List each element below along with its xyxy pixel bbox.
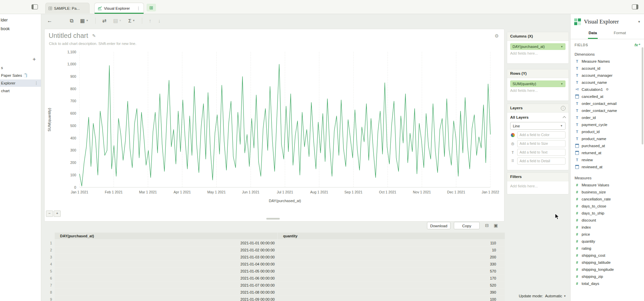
field-item[interactable]: #shipping_latitude	[571, 259, 644, 266]
field-item[interactable]: #price	[571, 231, 644, 238]
table-row[interactable]: 12021-01-01 00:00:00110	[44, 240, 504, 246]
gear-icon[interactable]: ⚙	[494, 33, 499, 39]
field-item[interactable]: Tproduct_id	[571, 128, 644, 135]
table-row[interactable]: 42021-01-04 00:00:00330	[44, 261, 504, 267]
field-name: index	[582, 225, 591, 229]
column-header[interactable]: DAY(purchased_at)	[55, 233, 277, 239]
tab-menu-icon[interactable]: ⋮	[137, 6, 141, 11]
color-field-input[interactable]: Add a field to Color	[517, 131, 566, 138]
all-layers-toggle[interactable]: All Layers	[507, 113, 569, 119]
field-item[interactable]: #quantity	[571, 238, 644, 245]
sidebar-toggle-icon[interactable]	[32, 4, 38, 9]
right-panel-toggle-icon[interactable]	[632, 4, 638, 9]
field-name: purchased_at	[582, 144, 605, 148]
sidebar-tree-item[interactable]: Paper Sales 🧻	[0, 72, 41, 79]
field-item[interactable]: Treview	[571, 156, 644, 163]
field-item[interactable]: #days_to_ship	[571, 209, 644, 217]
tab-format[interactable]: Format	[613, 28, 627, 39]
field-item[interactable]: Taccount_id	[571, 65, 644, 72]
field-item[interactable]: #index	[571, 224, 644, 231]
table-row[interactable]: 52021-01-05 00:00:00570	[44, 268, 504, 275]
expand-table-icon[interactable]: ▣	[494, 223, 498, 228]
field-item[interactable]: purchased_at	[571, 142, 644, 149]
new-chart-tab-button[interactable]: ⊞	[147, 4, 156, 11]
field-item[interactable]: #shipping_cost	[571, 252, 644, 259]
field-item[interactable]: cancelled_at	[571, 93, 644, 100]
zoom-in-button[interactable]: +	[54, 210, 61, 217]
field-item[interactable]: Torder_contact_name	[571, 107, 644, 114]
table-row[interactable]: 62021-01-06 00:00:00170	[44, 275, 504, 282]
tab-data[interactable]: Data	[588, 28, 598, 39]
field-item[interactable]: #cancellation_rate	[571, 195, 644, 202]
chart-title[interactable]: Untitled chart	[49, 32, 88, 40]
aggregate-sigma-icon[interactable]: Σ▼	[128, 18, 135, 23]
field-item[interactable]: #business_size	[571, 188, 644, 195]
field-item[interactable]: #shipping_zip	[571, 273, 644, 280]
item-menu-icon[interactable]: ⋮	[35, 79, 39, 87]
chart-toolbar: ←⧉▦▼⇄▤▼Σ▼↑↓	[47, 14, 167, 27]
sidebar-tree-item[interactable]: Explorer⋮	[0, 79, 41, 87]
field-item[interactable]: Taccount_name	[571, 79, 644, 86]
table-row[interactable]: 82021-01-08 00:00:00390	[44, 289, 504, 296]
table-row[interactable]: 92021-01-09 00:00:00100	[44, 296, 504, 301]
update-mode-select[interactable]: Automatic ▼	[545, 294, 566, 298]
workbook-tab-visual-explorer[interactable]: Visual Explorer ⋮	[94, 3, 144, 13]
sidebar-tree-item[interactable]: chart	[0, 87, 41, 95]
copy-button[interactable]: Copy	[454, 222, 480, 229]
field-item[interactable]: #rating	[571, 245, 644, 252]
line-chart[interactable]: Jan 1 2021Feb 1 2021Mar 1 2021Apr 1 2021…	[45, 29, 504, 221]
size-field-input[interactable]: Add a field to Size	[517, 140, 566, 147]
svg-text:1,100: 1,100	[67, 50, 76, 54]
table-row[interactable]: 72021-01-07 00:00:00520	[44, 282, 504, 289]
field-item[interactable]: TMeasure Names	[571, 58, 644, 65]
zoom-out-button[interactable]: −	[46, 210, 53, 217]
field-item[interactable]: #total_days	[571, 280, 644, 287]
field-item[interactable]: #Measure Values	[571, 181, 644, 188]
chart-type-icon[interactable]: ▦▼	[80, 18, 89, 24]
info-icon[interactable]: i	[561, 106, 566, 111]
field-item[interactable]: Torder_id	[571, 114, 644, 121]
chevron-down-icon[interactable]: ▼	[638, 20, 641, 23]
sidebar-item-folder[interactable]: lder	[1, 18, 8, 22]
field-item[interactable]: reviewed_at	[571, 163, 644, 170]
download-button[interactable]: Download	[427, 222, 450, 229]
field-item[interactable]: #discount	[571, 217, 644, 224]
rows-add-field-placeholder[interactable]: Add fields here...	[510, 88, 566, 93]
scrollbar-thumb[interactable]	[642, 47, 643, 144]
sidebar-tree-item[interactable]: s	[0, 64, 41, 71]
date-field-icon	[575, 95, 579, 99]
table-row[interactable]: 22021-01-02 00:00:0010	[44, 247, 504, 253]
field-item[interactable]: Taccount_manager	[571, 72, 644, 79]
add-button[interactable]: +	[33, 56, 36, 63]
columns-field-pill[interactable]: DAY(purchased_at) ▼	[510, 43, 566, 50]
columns-add-field-placeholder[interactable]: Add fields here...	[510, 51, 566, 55]
field-item[interactable]: Tpayment_cycle	[571, 121, 644, 128]
chart-description-placeholder[interactable]: Click to add chart description. Shift-en…	[49, 42, 136, 46]
chevron-down-icon: ▼	[560, 82, 563, 85]
field-item[interactable]: Tproduct_name	[571, 135, 644, 142]
field-item[interactable]: returned_at	[571, 149, 644, 156]
rows-field-pill[interactable]: SUM(quantity) ▼	[510, 80, 566, 87]
column-header[interactable]: quantity	[278, 233, 505, 239]
workbook-tab-sample[interactable]: SAMPLE: Pa...	[45, 3, 90, 13]
swap-axes-icon[interactable]: ⇄	[102, 18, 107, 24]
field-item[interactable]: #days_to_close	[571, 202, 644, 209]
gear-icon[interactable]: ⚙	[606, 87, 609, 91]
add-calculation-icon[interactable]: fx⁺	[635, 43, 640, 47]
field-item[interactable]: #shipping_longitude	[571, 266, 644, 273]
splitter-handle[interactable]	[266, 218, 280, 220]
back-icon[interactable]: ←	[47, 18, 52, 24]
field-name: cancelled_at	[582, 95, 603, 99]
sidebar-item-workbook[interactable]: book	[1, 26, 10, 31]
field-item[interactable]: =TCalculation1⚙	[571, 86, 644, 93]
edit-pencil-icon[interactable]: ✎	[92, 33, 96, 38]
duplicate-chart-icon[interactable]: ⧉	[70, 18, 73, 24]
collapse-table-icon[interactable]: ⊟	[485, 223, 489, 228]
table-row[interactable]: 32021-01-03 00:00:00200	[44, 254, 504, 260]
field-item[interactable]: Torder_contact_email	[571, 100, 644, 107]
mark-type-select[interactable]: Line ▼	[510, 122, 566, 130]
grid-icon	[49, 7, 52, 10]
detail-field-input[interactable]: Add a field to Detail	[517, 158, 566, 165]
filters-add-field-placeholder[interactable]: Add fields here...	[510, 184, 566, 188]
text-field-input[interactable]: Add a field to Text	[517, 149, 566, 156]
